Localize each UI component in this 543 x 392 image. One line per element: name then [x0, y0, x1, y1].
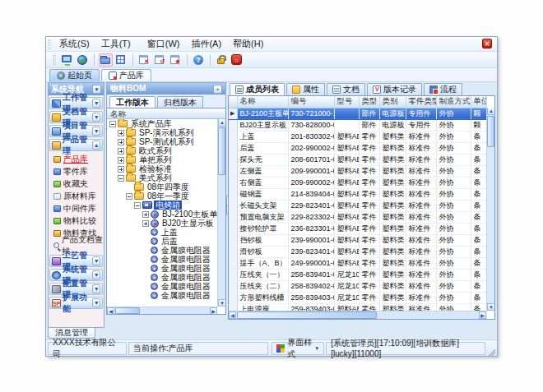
table-row[interactable]: 磁钢盖214-839404-01E塑料ABS零件塑料类标准件外协条: [229, 188, 486, 200]
window-new-icon[interactable]: [169, 53, 183, 67]
tree-hscroll-thumb[interactable]: [115, 307, 140, 314]
workspace-icon[interactable]: [60, 53, 74, 67]
row-selector[interactable]: [229, 280, 237, 292]
scroll-left-icon[interactable]: ◀: [229, 311, 236, 319]
table-row[interactable]: 挡钞板239-990001-01E塑料ABS零件塑料类标准件外协条: [229, 234, 486, 246]
tree-node-电烤箱[interactable]: 电烤箱: [107, 201, 218, 210]
column-header-型号[interactable]: 型号: [334, 96, 359, 108]
tree-node-BJ20主显示板[interactable]: BJ20主显示板: [107, 219, 218, 228]
sidebar-section-扩展功能[interactable]: SP扩展功能▼: [49, 297, 103, 309]
tree-node-金属膜电阻器[interactable]: 金属膜电阻器: [107, 264, 218, 273]
scroll-up-icon[interactable]: ▲: [218, 119, 226, 127]
row-selector[interactable]: [229, 131, 237, 142]
sidebar-item-原材料库[interactable]: 原材料库: [49, 190, 104, 202]
tab-归档版本[interactable]: 归档版本: [157, 96, 203, 108]
row-selector[interactable]: [229, 234, 237, 246]
tree-node-金属膜电阻器[interactable]: 金属膜电阻器: [107, 291, 218, 300]
minus-box-icon[interactable]: [134, 202, 141, 209]
tab-属性[interactable]: 属性: [286, 83, 325, 95]
row-selector[interactable]: [229, 188, 237, 200]
tree-vertical-scrollbar[interactable]: ▲ ▼: [217, 119, 225, 307]
tree-node-后盖[interactable]: 后盖: [107, 237, 218, 246]
tab-流程[interactable]: 流程: [424, 83, 462, 95]
table-horizontal-scrollbar[interactable]: ◀ ▶: [229, 311, 486, 319]
tab-工作版本[interactable]: 工作版本: [109, 96, 155, 108]
scroll-right-icon[interactable]: ▶: [479, 311, 486, 319]
table-row[interactable]: 方形塑料线槽258-839403-00E尼龙1010零件塑料类标准件外协条: [229, 292, 486, 303]
table-row[interactable]: ▶BJ-2100主板单点730-721000-12E部件电源板专用件外协颗: [229, 108, 486, 119]
row-selector[interactable]: [229, 142, 237, 154]
help-icon[interactable]: ?: [192, 53, 206, 67]
plus-box-icon[interactable]: [142, 220, 149, 227]
doc-tab-产品库[interactable]: 产品库: [101, 69, 151, 81]
plus-box-icon[interactable]: [118, 139, 124, 145]
tree-column-header[interactable]: 名称: [107, 108, 225, 119]
column-header-类型[interactable]: 类型: [359, 96, 379, 108]
plus-box-icon[interactable]: [118, 148, 124, 154]
scroll-right-icon[interactable]: ▶: [210, 307, 217, 315]
column-header-类别[interactable]: 类别: [379, 96, 406, 108]
tree-node-08年一季度[interactable]: 08年一季度: [107, 191, 218, 201]
plus-box-icon[interactable]: [118, 130, 124, 136]
pin-icon[interactable]: ▪: [213, 85, 222, 94]
lock-icon[interactable]: [215, 53, 229, 67]
minus-box-icon[interactable]: [118, 175, 124, 182]
tree-node-单把系列[interactable]: 单把系列: [107, 155, 218, 164]
menu-item-1[interactable]: 系统(S): [53, 38, 95, 49]
table-vertical-scrollbar[interactable]: ▲ ▼: [486, 108, 494, 311]
sidebar-item-零件库[interactable]: 零件库: [49, 165, 104, 178]
table-row[interactable]: 预置电脑支架229-823302-00E塑料ABS零件塑料类标准件外协条: [229, 211, 486, 223]
sidebar-item-收藏夹[interactable]: 收藏夹: [49, 178, 104, 190]
row-selector[interactable]: [229, 154, 237, 165]
plus-box-icon[interactable]: [118, 166, 124, 173]
row-selector[interactable]: [229, 246, 237, 257]
table-row[interactable]: 后盖202-990002-01E塑料ABS零件塑料类标准件外协条: [229, 142, 486, 154]
tree-node-08年四季度[interactable]: 08年四季度: [107, 182, 218, 191]
tab-文档[interactable]: 文档: [327, 83, 365, 95]
row-selector[interactable]: [229, 223, 237, 234]
table-row[interactable]: 探头壳208-601701-01E塑料ABS零件塑料类标准件外协条: [229, 154, 486, 165]
menu-item-2[interactable]: 工具(T): [95, 38, 137, 49]
table-scroll-thumb[interactable]: [487, 116, 494, 147]
plus-box-icon[interactable]: [118, 157, 124, 164]
ui-style-dropdown[interactable]: 界面样式 ▼: [272, 342, 324, 355]
minus-box-icon[interactable]: [126, 193, 132, 200]
row-selector[interactable]: [229, 200, 237, 211]
folder-icon[interactable]: [99, 53, 113, 67]
menu-item-3[interactable]: 窗口(W): [142, 38, 186, 49]
tree-node-检验标准[interactable]: 检验标准: [107, 164, 218, 173]
column-header-制造方式[interactable]: 制造方式: [436, 96, 471, 108]
table-row[interactable]: 滑钞板239-823401-00E塑料ABS零件塑料类标准件外协条: [229, 246, 486, 257]
logout-icon[interactable]: ○: [230, 53, 244, 67]
menu-item-5[interactable]: 帮助(H): [227, 38, 269, 49]
scroll-left-icon[interactable]: ◀: [107, 307, 114, 315]
row-selector[interactable]: [229, 211, 237, 223]
tree-node-系统产品库[interactable]: 系统产品库: [107, 119, 218, 128]
table-row[interactable]: 长磁头支架229-823401-00E塑料ABS零件塑料类标准件外协条: [229, 200, 486, 211]
column-header-零件类型[interactable]: 零件类型: [406, 96, 436, 108]
plus-box-icon[interactable]: [142, 211, 149, 218]
tree-node-独石电容器[interactable]: 独石电容器: [107, 300, 218, 301]
tree-horizontal-scrollbar[interactable]: ◀ ▶: [107, 307, 217, 314]
table-hscroll-thumb[interactable]: [237, 311, 377, 319]
doc-tab-起始页[interactable]: 起始页: [49, 69, 100, 81]
row-selector[interactable]: [229, 165, 237, 177]
scroll-down-icon[interactable]: ▼: [487, 303, 495, 311]
tree-node-欧式系列[interactable]: 欧式系列: [107, 146, 218, 155]
column-header-单位[interactable]: 单位: [471, 96, 486, 108]
tree-node-金属膜电阻器[interactable]: 金属膜电阻器: [107, 282, 218, 291]
column-header-编号[interactable]: 编号: [288, 96, 334, 108]
table-row[interactable]: 提手（A、B）249-990001-01E塑料ABS零件塑料类标准件外协条: [229, 257, 486, 269]
row-selector[interactable]: [229, 257, 237, 269]
scroll-down-icon[interactable]: ▼: [218, 299, 226, 307]
tree-node-上盖[interactable]: 上盖: [107, 228, 218, 237]
row-selector[interactable]: ▶: [229, 108, 237, 119]
sidebar-section-产品管理[interactable]: 产品管理▲: [49, 139, 103, 151]
tree-node-金属膜电阻器[interactable]: 金属膜电阻器: [107, 273, 218, 282]
table-row[interactable]: 上盖201-830302-00E塑料ABS零件塑料类标准件外协条: [229, 131, 486, 142]
close-icon[interactable]: ✕: [482, 39, 492, 48]
globe-icon[interactable]: [76, 53, 90, 67]
tree-node-金属膜电阻器[interactable]: 金属膜电阻器: [107, 255, 218, 264]
sidebar-item-物料比较[interactable]: 物料比较: [49, 214, 104, 227]
resize-grip[interactable]: [489, 348, 495, 356]
